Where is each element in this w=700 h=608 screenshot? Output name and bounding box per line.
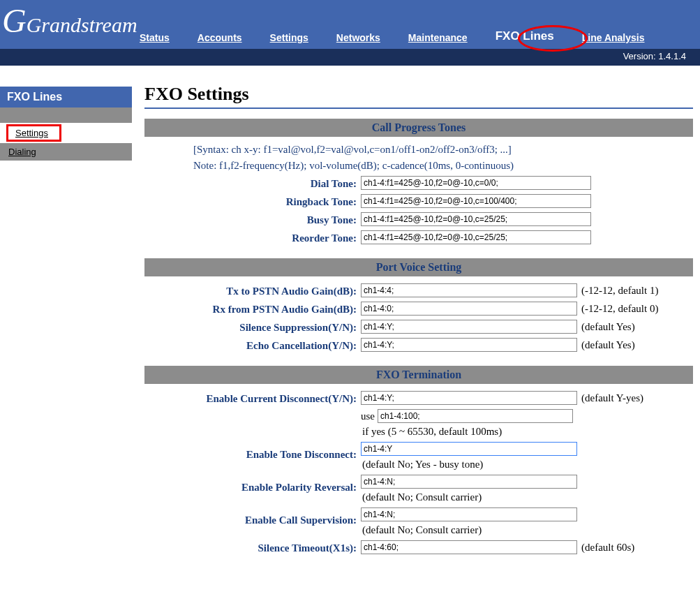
rx-gain-label: Rx from PSTN Audio Gain(dB): [144, 302, 361, 316]
sidebar-gap [0, 107, 132, 123]
en-tone-disc-label: Enable Tone Disconnect: [144, 442, 361, 461]
cur-disc-use-hint: if yes (5 ~ 65530, default 100ms) [362, 426, 502, 438]
silence-supp-label: Silence Suppression(Y/N): [144, 320, 361, 334]
tx-gain-hint: (-12-12, default 1) [581, 285, 658, 297]
nav-fxo-lines[interactable]: FXO Lines [496, 29, 554, 43]
page-title: FXO Settings [144, 84, 693, 107]
explain-note: Note: f1,f2-frequency(Hz); vol-volume(dB… [193, 160, 693, 172]
echo-cancel-input[interactable] [361, 338, 577, 352]
ringback-tone-input[interactable] [361, 194, 591, 208]
cur-disc-use-pre: use [361, 410, 375, 422]
nav-line-analysis[interactable]: Line Analysis [582, 32, 645, 43]
silence-supp-hint: (default Yes) [581, 321, 635, 333]
ringback-tone-label: Ringback Tone: [144, 194, 361, 208]
main-content: FXO Settings Call Progress Tones [Syntax… [132, 66, 700, 565]
top-header: GGrandstream Status Accounts Settings Ne… [0, 0, 700, 49]
busy-tone-label: Busy Tone: [144, 212, 361, 226]
version-bar: Version: 1.4.1.4 [0, 49, 700, 66]
en-call-sup-input[interactable] [361, 507, 577, 521]
en-tone-disc-input[interactable] [361, 442, 577, 456]
nav-accounts[interactable]: Accounts [198, 32, 242, 43]
reorder-tone-input[interactable] [361, 230, 591, 244]
en-call-sup-label: Enable Call Supervision: [144, 507, 361, 526]
tx-gain-input[interactable] [361, 283, 577, 297]
sidebar-head: FXO Lines [0, 87, 132, 107]
echo-cancel-label: Echo Cancellation(Y/N): [144, 338, 361, 352]
title-rule [144, 107, 693, 109]
nav-settings[interactable]: Settings [270, 32, 308, 43]
tx-gain-label: Tx to PSTN Audio Gain(dB): [144, 283, 361, 297]
sidebar-item-settings[interactable]: Settings [7, 125, 61, 141]
syntax-note: [Syntax: ch x-y: f1=val@vol,f2=val@vol,c… [193, 144, 693, 156]
nav-status[interactable]: Status [140, 32, 170, 43]
section-port-voice-setting: Port Voice Setting [144, 258, 693, 276]
rx-gain-hint: (-12-12, default 0) [581, 303, 658, 315]
en-pol-rev-label: Enable Polarity Reversal: [144, 475, 361, 494]
dial-tone-label: Dial Tone: [144, 176, 361, 190]
en-cur-disc-hint: (default Y-yes) [581, 392, 643, 404]
en-cur-disc-label: Enable Current Disconnect(Y/N): [144, 391, 361, 405]
dial-tone-input[interactable] [361, 176, 591, 190]
en-tone-disc-hint: (default No; Yes - busy tone) [362, 459, 483, 470]
top-nav: Status Accounts Settings Networks Mainte… [140, 29, 645, 49]
version-text: Version: 1.4.1.4 [623, 51, 686, 61]
busy-tone-input[interactable] [361, 212, 591, 226]
sidebar-item-dialing[interactable]: Dialing [0, 143, 132, 161]
silence-supp-input[interactable] [361, 320, 577, 334]
rx-gain-input[interactable] [361, 302, 577, 316]
brand-logo: GGrandstream [2, 1, 137, 40]
nav-maintenance[interactable]: Maintenance [408, 32, 468, 43]
silence-timeout-hint: (default 60s) [581, 542, 634, 554]
en-pol-rev-input[interactable] [361, 475, 577, 489]
sidebar: FXO Lines Settings Dialing [0, 66, 132, 565]
section-call-progress-tones: Call Progress Tones [144, 119, 693, 137]
reorder-tone-label: Reorder Tone: [144, 230, 361, 244]
section-fxo-termination: FXO Termination [144, 366, 693, 384]
en-pol-rev-hint: (default No; Consult carrier) [362, 491, 482, 503]
silence-timeout-input[interactable] [361, 540, 577, 554]
silence-timeout-label: Silence Timeout(X1s): [144, 540, 361, 554]
echo-cancel-hint: (default Yes) [581, 339, 635, 351]
en-cur-disc-input[interactable] [361, 391, 577, 405]
nav-networks[interactable]: Networks [336, 32, 380, 43]
en-call-sup-hint: (default No; Consult carrier) [362, 524, 482, 536]
cur-disc-use-input[interactable] [378, 409, 573, 423]
